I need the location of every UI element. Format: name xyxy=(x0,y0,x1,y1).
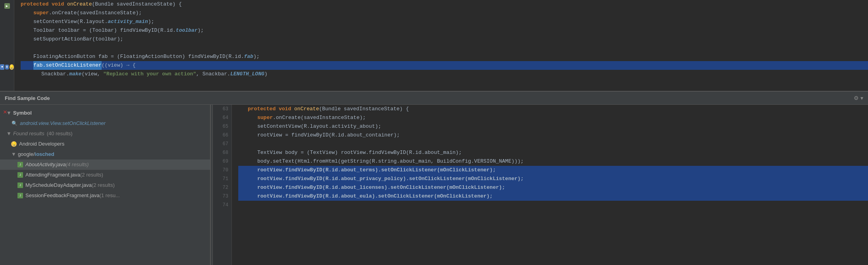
method-oncreate: onCreate xyxy=(67,0,92,9)
triangle-symbol: ▼ xyxy=(6,109,12,117)
bulb-icon[interactable]: 💡 xyxy=(10,64,14,70)
panel-line-66: rootView = findViewByID(R.id.about_conta… xyxy=(238,131,868,140)
symbol-value: android.view.View.setOnClickListener xyxy=(20,119,106,127)
code-line-7: fab.setOnClickListener((view) → { xyxy=(21,61,868,70)
code-text: (view, xyxy=(81,70,103,79)
google-value: iosched xyxy=(35,150,54,158)
panel-line-69: body.setText(Html.fromHtml(getString(R.s… xyxy=(238,157,868,166)
android-developers-row[interactable]: 💡 Android Developers xyxy=(0,139,210,149)
gutter-icon-row-4 xyxy=(0,36,14,45)
file-session-name: SessionFeedbackFragment.java xyxy=(25,192,99,200)
keyword-protected: protected xyxy=(21,0,52,9)
panel-line-65: setContentView(R.layout.activity_about); xyxy=(238,122,868,131)
code-69: body.setText(Html.fromHtml(getString(R.s… xyxy=(257,157,524,166)
code-text: ) xyxy=(264,70,268,79)
symbol-value-row: 🔍 android.view.View.setOnClickListener xyxy=(0,118,210,129)
code-text: ((view) → { xyxy=(102,61,136,70)
code-line-4: setSupportActionBar(toolbar); xyxy=(21,35,868,44)
gear-icon: ⚙ xyxy=(854,95,859,101)
editor-area: ▶ ● + 💡 protected void onCreate(Bundle s… xyxy=(0,0,868,91)
found-results-count: (40 results) xyxy=(47,130,73,138)
gutter-icon-row-0: ▶ xyxy=(0,2,14,10)
code-70: rootView.findViewByID(R.id.about_terms).… xyxy=(257,166,496,175)
line-num-69: 69 xyxy=(223,157,228,166)
line-num-66: 66 xyxy=(223,131,228,140)
google-iosched-row[interactable]: ▼ google/iosched xyxy=(0,149,210,159)
file-about-name: AboutActivity.java xyxy=(25,161,66,169)
line-num-63: 63 xyxy=(223,105,228,113)
gutter-icon-row-5 xyxy=(0,45,14,54)
string-action: "Replace with your own action" xyxy=(103,70,196,79)
code-line-8: Snackbar.make(view, "Replace with your o… xyxy=(21,70,868,79)
file-attending-fragment[interactable]: J AttendingFragment.java (2 results) xyxy=(0,170,210,180)
panel-line-70: rootView.findViewByID(R.id.about_terms).… xyxy=(238,166,868,175)
panel-line-71: rootView.findViewByID(R.id.about_privacy… xyxy=(238,175,868,183)
selected-method: fab.setOnClickListener xyxy=(33,61,102,70)
gear-dropdown-icon: ▾ xyxy=(860,95,863,101)
panel-line-73: rootView.findViewByID(R.id.about_eula).s… xyxy=(238,192,868,201)
code-panel: 63 64 65 66 67 68 69 70 71 72 73 74 prot… xyxy=(213,105,868,265)
code-panel-content: protected void onCreate(Bundle savedInst… xyxy=(232,105,868,265)
code-text: setContentView(R.layout. xyxy=(33,17,108,26)
code-text: Toolbar toolbar = (Toolbar) findViewByID… xyxy=(33,26,176,35)
find-bar: Find Sample Code ⚙ ▾ xyxy=(0,91,868,105)
code-text: ); xyxy=(197,26,204,35)
gear-button[interactable]: ⚙ ▾ xyxy=(854,95,863,101)
file-myschedule-name: MyScheduleDayAdapter.java xyxy=(25,181,92,189)
panel-line-63: protected void onCreate(Bundle savedInst… xyxy=(238,105,868,113)
italic-make: make xyxy=(69,70,81,79)
triangle-results: ▼ xyxy=(6,130,12,138)
code-71: rootView.findViewByID(R.id.about_privacy… xyxy=(257,175,524,183)
gutter-icon-row-1 xyxy=(0,10,14,19)
file-icon-myschedule: J xyxy=(17,182,23,188)
code-66: rootView = findViewByID(R.id.about_conta… xyxy=(257,131,400,140)
keyword-void: void xyxy=(52,0,67,9)
italic-toolbar: toolbar xyxy=(176,26,198,35)
line-num-71: 71 xyxy=(223,175,228,183)
code-text: setSupportActionBar(toolbar); xyxy=(33,35,123,44)
gutter-icon-row-8 xyxy=(0,71,14,80)
line-num-67: 67 xyxy=(223,140,228,148)
found-results-label: Found results xyxy=(13,130,44,138)
line-num-64: 64 xyxy=(223,113,228,122)
file-icon-attending: J xyxy=(17,172,23,178)
italic-length-long: LENGTH_LONG xyxy=(230,70,264,79)
panel-line-72: rootView.findViewByID(R.id.about_license… xyxy=(238,183,868,192)
android-developers-icon: 💡 xyxy=(11,141,17,147)
file-attending-results: (2 results) xyxy=(80,171,103,179)
panel-line-74 xyxy=(238,201,868,209)
file-about-activity[interactable]: J AboutActivity.java (4 results) xyxy=(0,159,210,170)
kw-void-63: void xyxy=(279,105,294,113)
breakpoint-icon[interactable]: ● xyxy=(0,64,4,70)
code-line-6: FloatingActionButton fab = (FloatingActi… xyxy=(21,52,868,61)
file-session-feedback[interactable]: J SessionFeedbackFragment.java (1 resu..… xyxy=(0,190,210,201)
code-63-rest: (Bundle savedInstanceState) { xyxy=(319,105,409,113)
gutter-icon-row-7: ● + 💡 xyxy=(0,63,14,71)
code-text: FloatingActionButton fab = (FloatingActi… xyxy=(33,52,244,61)
code-68: TextView body = (TextView) rootView.find… xyxy=(257,148,462,157)
file-about-results: (4 results) xyxy=(66,161,89,169)
add-icon[interactable]: + xyxy=(5,65,9,69)
gutter-icon-row-3 xyxy=(0,28,14,36)
code-line-2: setContentView(R.layout.activity_main); xyxy=(21,17,868,26)
kw-protected-63: protected xyxy=(248,105,279,113)
code-73: rootView.findViewByID(R.id.about_eula).s… xyxy=(257,192,493,201)
symbol-label: Symbol xyxy=(13,109,32,117)
kw-super-64: super xyxy=(257,113,273,122)
file-icon-about: J xyxy=(17,162,23,167)
close-button[interactable]: ✕ xyxy=(3,108,7,116)
code-72: rootView.findViewByID(R.id.about_license… xyxy=(257,183,505,192)
code-line-0: protected void onCreate(Bundle savedInst… xyxy=(21,0,868,9)
gutter-icons: ▶ ● + 💡 xyxy=(0,0,14,91)
code-text: (Bundle savedInstanceState) { xyxy=(92,0,181,9)
file-myschedule-adapter[interactable]: J MyScheduleDayAdapter.java (2 results) xyxy=(0,180,210,190)
file-attending-name: AttendingFragment.java xyxy=(25,171,80,179)
code-text: , Snackbar. xyxy=(196,70,230,79)
keyword-super: super xyxy=(33,9,49,17)
google-label: google/ xyxy=(18,150,35,158)
code-64-rest: .onCreate(savedInstanceState); xyxy=(273,113,366,122)
line-num-65: 65 xyxy=(223,122,228,131)
file-icon-session: J xyxy=(17,193,23,198)
code-text: ); xyxy=(148,17,154,26)
close-icon: ✕ xyxy=(3,109,7,116)
